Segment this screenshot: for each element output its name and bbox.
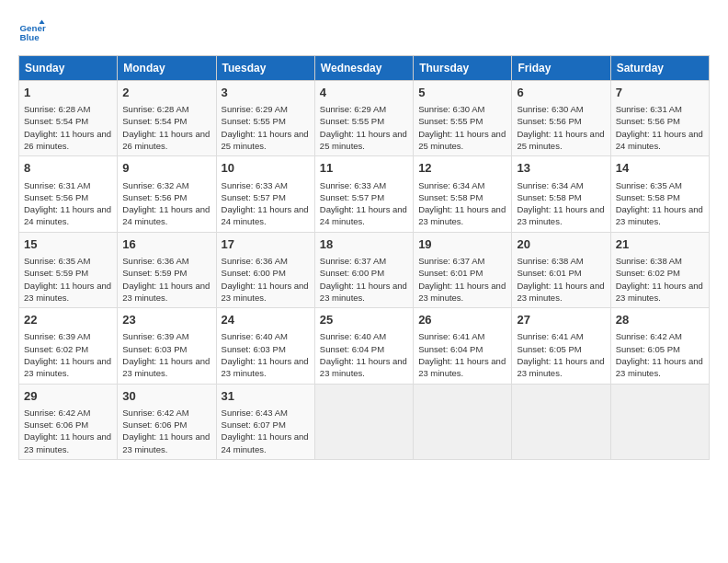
sunset: Sunset: 5:59 PM xyxy=(24,268,88,278)
sunset: Sunset: 6:06 PM xyxy=(24,419,88,430)
day-number: 4 xyxy=(320,85,408,101)
day-number: 22 xyxy=(24,312,112,328)
sunrise: Sunrise: 6:42 AM xyxy=(616,331,682,341)
calendar-table: SundayMondayTuesdayWednesdayThursdayFrid… xyxy=(18,55,710,460)
sunrise: Sunrise: 6:30 AM xyxy=(418,104,484,114)
sunrise: Sunrise: 6:43 AM xyxy=(222,408,288,418)
sunrise: Sunrise: 6:41 AM xyxy=(418,331,484,341)
sunrise: Sunrise: 6:39 AM xyxy=(122,331,188,341)
calendar-cell: 3Sunrise: 6:29 AMSunset: 5:55 PMDaylight… xyxy=(216,81,314,156)
day-number: 30 xyxy=(122,388,210,405)
calendar-cell: 5Sunrise: 6:30 AMSunset: 5:55 PMDaylight… xyxy=(414,81,512,156)
sunset: Sunset: 5:56 PM xyxy=(24,192,88,202)
daylight-label: Daylight: 11 hours and 23 minutes. xyxy=(616,204,703,226)
sunset: Sunset: 5:56 PM xyxy=(517,116,581,126)
calendar-cell: 21Sunrise: 6:38 AMSunset: 6:02 PMDayligh… xyxy=(610,232,709,307)
day-number: 1 xyxy=(24,85,112,101)
calendar-cell: 16Sunrise: 6:36 AMSunset: 5:59 PMDayligh… xyxy=(118,232,216,307)
sunrise: Sunrise: 6:38 AM xyxy=(517,256,583,266)
calendar-cell: 13Sunrise: 6:34 AMSunset: 5:58 PMDayligh… xyxy=(512,156,610,232)
calendar-cell: 24Sunrise: 6:40 AMSunset: 6:03 PMDayligh… xyxy=(216,308,314,384)
sunset: Sunset: 6:04 PM xyxy=(418,344,483,354)
logo-icon: General Blue xyxy=(18,18,46,46)
sunrise: Sunrise: 6:37 AM xyxy=(320,256,386,266)
sunrise: Sunrise: 6:33 AM xyxy=(320,180,386,190)
sunset: Sunset: 6:01 PM xyxy=(418,268,483,278)
header-sunday: Sunday xyxy=(19,56,118,81)
daylight-label: Daylight: 11 hours and 24 minutes. xyxy=(320,204,407,226)
daylight-label: Daylight: 11 hours and 24 minutes. xyxy=(122,204,210,226)
sunrise: Sunrise: 6:40 AM xyxy=(320,331,386,341)
calendar-cell: 8Sunrise: 6:31 AMSunset: 5:56 PMDaylight… xyxy=(19,156,118,232)
sunset: Sunset: 6:00 PM xyxy=(222,268,286,278)
sunrise: Sunrise: 6:29 AM xyxy=(320,104,386,114)
sunset: Sunset: 5:55 PM xyxy=(418,116,483,126)
svg-text:General: General xyxy=(20,23,47,33)
day-number: 16 xyxy=(122,236,210,253)
sunset: Sunset: 5:58 PM xyxy=(517,192,581,202)
calendar-cell: 18Sunrise: 6:37 AMSunset: 6:00 PMDayligh… xyxy=(314,232,413,307)
daylight-label: Daylight: 11 hours and 24 minutes. xyxy=(222,204,309,226)
daylight-label: Daylight: 11 hours and 23 minutes. xyxy=(122,356,210,378)
calendar-cell: 2Sunrise: 6:28 AMSunset: 5:54 PMDaylight… xyxy=(118,81,216,156)
svg-marker-2 xyxy=(40,20,45,25)
calendar-cell: 19Sunrise: 6:37 AMSunset: 6:01 PMDayligh… xyxy=(414,232,512,307)
sunrise: Sunrise: 6:40 AM xyxy=(222,331,288,341)
daylight-label: Daylight: 11 hours and 23 minutes. xyxy=(320,281,407,303)
sunset: Sunset: 6:06 PM xyxy=(122,419,187,430)
sunset: Sunset: 5:55 PM xyxy=(222,116,286,126)
sunrise: Sunrise: 6:38 AM xyxy=(616,256,682,266)
day-number: 27 xyxy=(517,312,605,328)
calendar-cell: 25Sunrise: 6:40 AMSunset: 6:04 PMDayligh… xyxy=(314,308,413,384)
daylight-label: Daylight: 11 hours and 24 minutes. xyxy=(616,129,703,151)
daylight-label: Daylight: 11 hours and 23 minutes. xyxy=(24,431,111,454)
header-friday: Friday xyxy=(512,56,610,81)
day-number: 21 xyxy=(616,236,704,253)
calendar-cell: 30Sunrise: 6:42 AMSunset: 6:06 PMDayligh… xyxy=(118,384,216,459)
header-saturday: Saturday xyxy=(610,56,709,81)
sunrise: Sunrise: 6:41 AM xyxy=(517,331,583,341)
calendar-cell: 11Sunrise: 6:33 AMSunset: 5:57 PMDayligh… xyxy=(314,156,413,232)
sunset: Sunset: 5:54 PM xyxy=(24,116,88,126)
sunrise: Sunrise: 6:35 AM xyxy=(616,180,682,190)
calendar-cell: 12Sunrise: 6:34 AMSunset: 5:58 PMDayligh… xyxy=(414,156,512,232)
calendar-cell: 23Sunrise: 6:39 AMSunset: 6:03 PMDayligh… xyxy=(118,308,216,384)
daylight-label: Daylight: 11 hours and 23 minutes. xyxy=(517,281,604,303)
sunset: Sunset: 5:54 PM xyxy=(122,116,187,126)
day-number: 26 xyxy=(418,312,506,328)
daylight-label: Daylight: 11 hours and 23 minutes. xyxy=(616,356,703,378)
header-wednesday: Wednesday xyxy=(314,56,413,81)
calendar-cell: 6Sunrise: 6:30 AMSunset: 5:56 PMDaylight… xyxy=(512,81,610,156)
sunrise: Sunrise: 6:31 AM xyxy=(24,180,90,190)
sunset: Sunset: 5:58 PM xyxy=(616,192,680,202)
sunset: Sunset: 5:55 PM xyxy=(320,116,384,126)
calendar-header-row: SundayMondayTuesdayWednesdayThursdayFrid… xyxy=(19,56,710,81)
calendar-week-row: 22Sunrise: 6:39 AMSunset: 6:02 PMDayligh… xyxy=(19,308,710,384)
calendar-cell: 28Sunrise: 6:42 AMSunset: 6:05 PMDayligh… xyxy=(610,308,709,384)
sunrise: Sunrise: 6:37 AM xyxy=(418,256,484,266)
calendar-cell xyxy=(414,384,512,459)
sunrise: Sunrise: 6:34 AM xyxy=(517,180,583,190)
daylight-label: Daylight: 11 hours and 25 minutes. xyxy=(418,129,506,151)
day-number: 10 xyxy=(222,160,310,177)
calendar-week-row: 1Sunrise: 6:28 AMSunset: 5:54 PMDaylight… xyxy=(19,81,710,156)
daylight-label: Daylight: 11 hours and 23 minutes. xyxy=(222,281,309,303)
sunrise: Sunrise: 6:42 AM xyxy=(24,408,90,418)
sunset: Sunset: 6:00 PM xyxy=(320,268,384,278)
daylight-label: Daylight: 11 hours and 23 minutes. xyxy=(122,281,210,303)
calendar-cell: 26Sunrise: 6:41 AMSunset: 6:04 PMDayligh… xyxy=(414,308,512,384)
daylight-label: Daylight: 11 hours and 23 minutes. xyxy=(122,431,210,454)
calendar-cell: 17Sunrise: 6:36 AMSunset: 6:00 PMDayligh… xyxy=(216,232,314,307)
sunset: Sunset: 6:02 PM xyxy=(616,268,680,278)
day-number: 31 xyxy=(222,388,310,405)
sunset: Sunset: 5:56 PM xyxy=(122,192,187,202)
svg-text:Blue: Blue xyxy=(20,32,40,42)
sunrise: Sunrise: 6:33 AM xyxy=(222,180,288,190)
sunset: Sunset: 5:56 PM xyxy=(616,116,680,126)
day-number: 20 xyxy=(517,236,605,253)
sunrise: Sunrise: 6:29 AM xyxy=(222,104,288,114)
calendar-week-row: 8Sunrise: 6:31 AMSunset: 5:56 PMDaylight… xyxy=(19,156,710,232)
daylight-label: Daylight: 11 hours and 26 minutes. xyxy=(24,129,111,151)
day-number: 6 xyxy=(517,85,605,101)
calendar-cell: 31Sunrise: 6:43 AMSunset: 6:07 PMDayligh… xyxy=(216,384,314,459)
